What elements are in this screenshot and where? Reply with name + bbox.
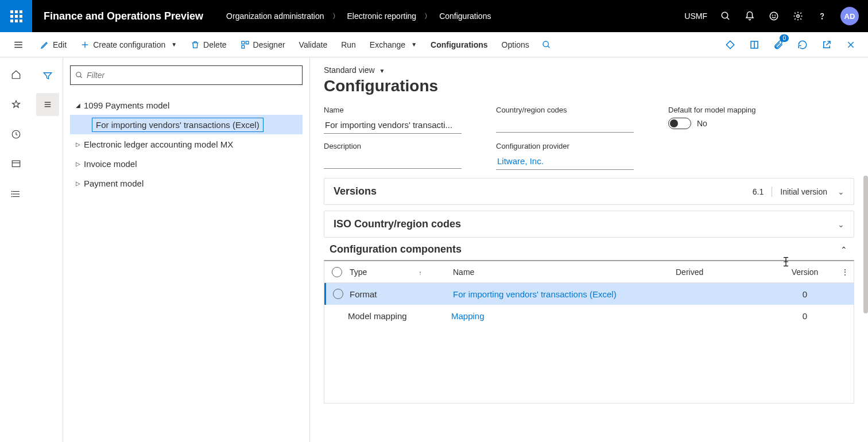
list-view-button[interactable] [36, 93, 59, 116]
col-derived[interactable]: Derived [676, 267, 773, 277]
breadcrumb-item[interactable]: Organization administration [226, 11, 324, 21]
description-value[interactable] [324, 154, 462, 169]
exchange-label: Exchange [370, 40, 405, 49]
smiley-icon[interactable] [768, 10, 780, 22]
designer-icon [241, 40, 250, 49]
bell-icon[interactable] [744, 10, 755, 22]
company-code[interactable]: USMF [684, 11, 707, 21]
components-title: Configuration components [324, 243, 840, 255]
popout-button[interactable] [819, 37, 835, 53]
row-version: 0 [773, 311, 836, 321]
delete-label: Delete [203, 40, 226, 49]
tree-filter-input[interactable] [87, 71, 297, 80]
filter-rail [32, 57, 63, 442]
versions-header[interactable]: Versions 6.1 Initial version ⌄ [324, 179, 854, 204]
nav-home-button[interactable] [5, 63, 28, 86]
tree-item-electronic-ledger[interactable]: ▷ Electronic ledger accounting model MX [70, 134, 303, 154]
provider-value[interactable]: Litware, Inc. [496, 154, 634, 170]
default-mapping-toggle[interactable] [668, 118, 691, 129]
search-icon [75, 71, 83, 79]
exchange-button[interactable]: Exchange ▼ [364, 37, 423, 53]
table-row[interactable]: Format For importing vendors' transactio… [324, 283, 854, 305]
svg-point-15 [543, 41, 548, 46]
configurations-label: Configurations [431, 40, 488, 49]
select-all-radio[interactable] [332, 267, 342, 277]
nav-workspaces-button[interactable] [5, 153, 28, 176]
configuration-tree: ◢ 1099 Payments model For importing vend… [70, 95, 303, 193]
create-label: Create configuration [93, 40, 165, 49]
delete-button[interactable]: Delete [185, 37, 232, 53]
tree-filter-input-wrap[interactable] [70, 65, 303, 85]
chevron-down-icon: ▼ [379, 68, 385, 74]
components-table: Type↑ Name Derived Version ⋮ Format For … [324, 260, 854, 404]
page-title: Configurations [324, 77, 854, 95]
row-version: 0 [773, 289, 836, 299]
iso-header[interactable]: ISO Country/region codes ⌄ [324, 211, 854, 237]
designer-button[interactable]: Designer [235, 37, 291, 53]
scrollbar[interactable] [863, 176, 868, 313]
components-header[interactable]: Configuration components ⌃ [324, 238, 854, 260]
table-row[interactable]: Model mapping Mapping 0 [324, 305, 854, 327]
svg-point-26 [11, 194, 12, 195]
view-label: Standard view [324, 65, 375, 75]
tree-item-invoice-model[interactable]: ▷ Invoice model [70, 154, 303, 173]
attachments-button[interactable]: 0 [770, 37, 786, 53]
hamburger-button[interactable] [5, 33, 32, 56]
nav-recent-button[interactable] [5, 123, 28, 146]
actionbar-search-button[interactable] [537, 36, 556, 54]
tree-item-label: For importing vendors' transactions (Exc… [92, 118, 264, 132]
name-value[interactable]: For importing vendors' transacti... [324, 118, 462, 134]
nav-favorites-button[interactable] [5, 93, 28, 116]
book-icon[interactable] [746, 37, 762, 53]
row-name[interactable]: Mapping [451, 311, 676, 321]
breadcrumb-item[interactable]: Configurations [439, 11, 491, 21]
svg-rect-14 [242, 45, 245, 48]
edit-button[interactable]: Edit [34, 37, 72, 53]
breadcrumb-item[interactable]: Electronic reporting [347, 11, 417, 21]
help-icon[interactable] [816, 10, 828, 22]
search-icon[interactable] [720, 10, 731, 22]
col-type[interactable]: Type↑ [350, 267, 453, 277]
row-name[interactable]: For importing vendors' transactions (Exc… [453, 289, 676, 299]
col-version[interactable]: Version [773, 267, 836, 277]
col-name[interactable]: Name [453, 267, 676, 277]
diamond-icon[interactable] [722, 37, 738, 53]
tree-expand-icon[interactable]: ▷ [72, 180, 84, 187]
close-button[interactable] [843, 37, 859, 53]
configurations-tab[interactable]: Configurations [425, 37, 494, 53]
nav-modules-button[interactable] [5, 183, 28, 206]
chevron-down-icon: ▼ [171, 41, 177, 48]
chevron-down-icon: ⌄ [838, 220, 844, 229]
tree-expand-icon[interactable]: ▷ [72, 161, 84, 167]
plus-icon [80, 40, 90, 49]
top-header: Finance and Operations Preview Organizat… [0, 0, 868, 32]
validate-button[interactable]: Validate [293, 37, 334, 53]
more-columns-icon[interactable]: ⋮ [836, 267, 854, 277]
country-value[interactable] [496, 118, 634, 133]
designer-label: Designer [253, 40, 285, 49]
filter-funnel-button[interactable] [36, 64, 59, 87]
app-launcher-button[interactable] [0, 0, 32, 32]
run-button[interactable]: Run [335, 37, 362, 53]
options-button[interactable]: Options [496, 37, 535, 53]
iso-section: ISO Country/region codes ⌄ [324, 211, 854, 238]
svg-rect-20 [12, 161, 20, 167]
tree-item-1099-payments[interactable]: ◢ 1099 Payments model [70, 95, 303, 115]
create-config-button[interactable]: Create configuration ▼ [75, 37, 183, 53]
view-selector[interactable]: Standard view ▼ [324, 65, 854, 75]
versions-title: Versions [334, 185, 753, 197]
svg-point-25 [11, 191, 12, 192]
gear-icon[interactable] [792, 10, 804, 22]
refresh-button[interactable] [795, 37, 811, 53]
waffle-icon [10, 10, 22, 22]
row-select-radio[interactable] [333, 289, 343, 299]
tree-item-importing-vendors[interactable]: For importing vendors' transactions (Exc… [70, 115, 303, 134]
table-header: Type↑ Name Derived Version ⋮ [324, 261, 854, 283]
tree-collapse-icon[interactable]: ◢ [72, 102, 84, 108]
avatar[interactable]: AD [840, 7, 859, 25]
sort-arrow-icon: ↑ [418, 269, 422, 276]
tree-expand-icon[interactable]: ▷ [72, 141, 84, 148]
tree-item-payment-model[interactable]: ▷ Payment model [70, 173, 303, 193]
iso-title: ISO Country/region codes [334, 218, 827, 230]
versions-status: Initial version [780, 187, 827, 196]
